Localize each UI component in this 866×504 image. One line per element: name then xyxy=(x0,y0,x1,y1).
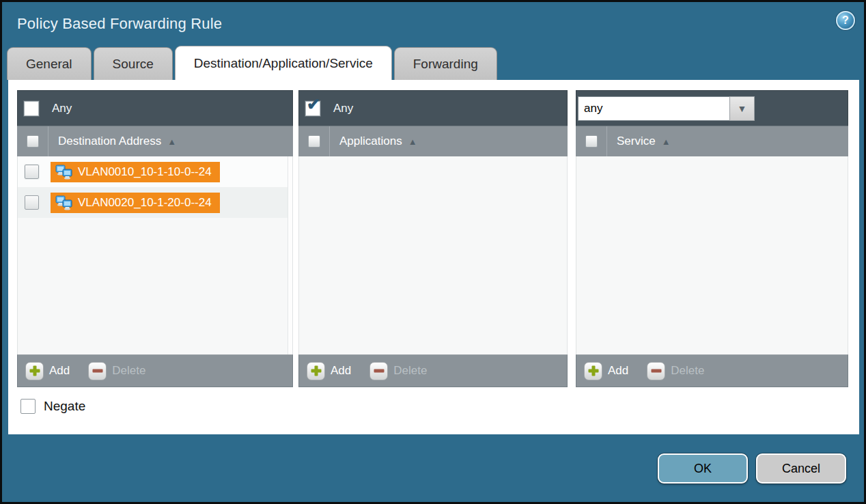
delete-button-label: Delete xyxy=(112,364,145,378)
add-button-label: Add xyxy=(331,364,351,378)
service-column-header-row: Service ▲ xyxy=(576,126,848,156)
applications-column: ✔ Any Applications ▲ xyxy=(298,90,568,387)
tab-content-panel: Any Destination Address ▲ xyxy=(8,80,859,434)
service-add-button[interactable]: Add xyxy=(584,362,628,380)
delete-icon xyxy=(647,362,665,380)
help-glyph: ? xyxy=(842,14,849,27)
negate-row: Negate xyxy=(20,399,859,414)
destination-column-header-row: Destination Address ▲ xyxy=(17,126,293,156)
applications-list xyxy=(298,156,568,354)
destination-column-header[interactable]: Destination Address ▲ xyxy=(48,126,176,156)
applications-add-button[interactable]: Add xyxy=(307,362,351,380)
add-icon xyxy=(25,362,44,380)
applications-column-header[interactable]: Applications ▲ xyxy=(330,126,417,156)
applications-any-checkbox[interactable]: ✔ xyxy=(305,101,320,116)
service-delete-button[interactable]: Delete xyxy=(647,362,704,380)
destination-delete-button[interactable]: Delete xyxy=(88,362,145,380)
service-select-all-cell xyxy=(576,126,607,156)
applications-select-all-checkbox[interactable] xyxy=(308,135,320,148)
destination-select-all-cell xyxy=(17,126,48,156)
tab-general[interactable]: General xyxy=(7,47,92,80)
address-object-chip[interactable]: VLAN0010_10-1-10-0--24 xyxy=(51,162,220,182)
destination-footer-bar: Add Delete xyxy=(17,354,293,387)
destination-header-label: Destination Address xyxy=(58,135,161,148)
checkmark-icon: ✔ xyxy=(307,96,320,113)
network-icon xyxy=(55,195,73,210)
sort-ascending-icon: ▲ xyxy=(662,137,671,147)
negate-label: Negate xyxy=(44,399,85,414)
add-button-label: Add xyxy=(608,364,628,378)
destination-address-column: Any Destination Address ▲ xyxy=(17,90,293,387)
row-checkbox[interactable] xyxy=(25,195,39,210)
delete-button-label: Delete xyxy=(393,364,427,378)
destination-any-checkbox[interactable] xyxy=(24,101,39,116)
add-icon xyxy=(584,362,602,380)
destination-select-all-checkbox[interactable] xyxy=(27,135,39,148)
applications-header-label: Applications xyxy=(339,135,402,148)
destination-add-button[interactable]: Add xyxy=(25,362,70,380)
columns-container: Any Destination Address ▲ xyxy=(8,80,859,387)
service-dropdown-bar: ▼ xyxy=(576,90,848,126)
applications-column-header-row: Applications ▲ xyxy=(298,126,568,156)
title-bar: Policy Based Forwarding Rule ? xyxy=(2,2,864,46)
delete-icon xyxy=(88,362,107,380)
service-column-header[interactable]: Service ▲ xyxy=(607,126,671,156)
service-select-all-checkbox[interactable] xyxy=(585,135,598,148)
tab-bar: General Source Destination/Application/S… xyxy=(7,46,864,80)
address-object-label: VLAN0010_10-1-10-0--24 xyxy=(78,165,212,179)
destination-address-list: VLAN0010_10-1-10-0--24 xyxy=(17,156,293,354)
applications-any-label: Any xyxy=(333,102,353,115)
service-column: ▼ Service ▲ Ad xyxy=(576,90,848,387)
service-list xyxy=(576,156,848,354)
destination-any-bar: Any xyxy=(17,90,293,126)
tab-source[interactable]: Source xyxy=(94,47,173,80)
sort-ascending-icon: ▲ xyxy=(408,137,417,147)
applications-select-all-cell xyxy=(298,126,330,156)
cancel-button[interactable]: Cancel xyxy=(756,453,846,484)
address-object-label: VLAN0020_10-1-20-0--24 xyxy=(78,196,212,210)
chevron-down-icon: ▼ xyxy=(738,103,747,114)
delete-button-label: Delete xyxy=(671,364,704,378)
row-checkbox[interactable] xyxy=(25,165,39,179)
network-icon xyxy=(55,165,73,180)
applications-footer-bar: Add Delete xyxy=(298,354,568,387)
delete-icon xyxy=(369,362,388,380)
help-icon[interactable]: ? xyxy=(836,11,855,30)
service-footer-bar: Add Delete xyxy=(576,354,848,387)
dialog-title: Policy Based Forwarding Rule xyxy=(17,15,222,33)
ok-button[interactable]: OK xyxy=(658,453,748,484)
tab-destination-application-service[interactable]: Destination/Application/Service xyxy=(175,46,392,80)
address-object-chip[interactable]: VLAN0020_10-1-20-0--24 xyxy=(51,193,220,213)
policy-based-forwarding-rule-dialog: Policy Based Forwarding Rule ? General S… xyxy=(0,0,866,504)
add-icon xyxy=(307,362,325,380)
table-row[interactable]: VLAN0010_10-1-10-0--24 xyxy=(18,156,292,187)
tab-forwarding[interactable]: Forwarding xyxy=(394,47,497,80)
service-type-dropdown[interactable]: ▼ xyxy=(578,96,755,121)
service-type-value[interactable] xyxy=(578,96,729,121)
table-row[interactable]: VLAN0020_10-1-20-0--24 xyxy=(18,187,292,218)
scrollbar-track[interactable] xyxy=(288,156,292,354)
add-button-label: Add xyxy=(49,364,70,378)
applications-delete-button[interactable]: Delete xyxy=(369,362,427,380)
applications-any-bar: ✔ Any xyxy=(298,90,568,126)
destination-any-label: Any xyxy=(52,102,72,115)
dialog-footer: OK Cancel xyxy=(2,434,864,484)
negate-checkbox[interactable] xyxy=(20,399,36,414)
service-header-label: Service xyxy=(617,135,656,148)
dropdown-button[interactable]: ▼ xyxy=(729,96,755,121)
sort-ascending-icon: ▲ xyxy=(167,137,176,147)
